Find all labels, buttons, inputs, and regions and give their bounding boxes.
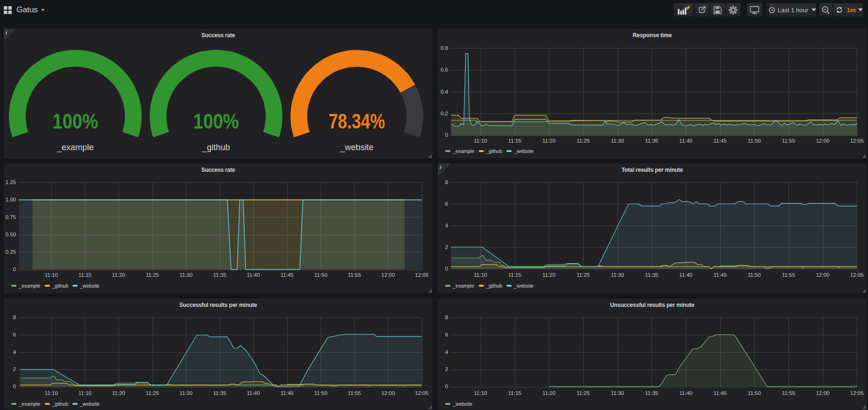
svg-text:11:30: 11:30 — [611, 138, 624, 144]
svg-text:11:30: 11:30 — [179, 390, 193, 396]
svg-text:11:35: 11:35 — [645, 390, 658, 396]
svg-text:0: 0 — [445, 384, 448, 389]
svg-text:11:15: 11:15 — [508, 390, 522, 396]
svg-text:_github: _github — [201, 143, 230, 153]
svg-text:11:55: 11:55 — [348, 272, 361, 278]
svg-text:11:30: 11:30 — [179, 272, 193, 278]
svg-text:0: 0 — [13, 266, 16, 272]
svg-text:12:05: 12:05 — [850, 272, 864, 278]
svg-text:100%: 100% — [193, 110, 239, 133]
svg-text:11:20: 11:20 — [112, 272, 125, 278]
svg-text:11:20: 11:20 — [542, 138, 555, 144]
svg-text:0.50: 0.50 — [6, 232, 16, 237]
svg-text:2: 2 — [13, 366, 16, 372]
svg-text:0: 0 — [445, 132, 448, 138]
svg-text:11:50: 11:50 — [747, 390, 761, 396]
svg-text:0.6: 0.6 — [441, 67, 448, 72]
svg-text:8: 8 — [445, 314, 448, 320]
svg-text:11:55: 11:55 — [782, 138, 795, 144]
svg-text:12:05: 12:05 — [415, 390, 429, 396]
svg-text:78.34%: 78.34% — [329, 110, 385, 132]
svg-text:11:55: 11:55 — [782, 390, 795, 396]
svg-text:6: 6 — [445, 201, 448, 207]
svg-text:11:10: 11:10 — [45, 390, 58, 396]
svg-text:11:30: 11:30 — [611, 272, 624, 278]
svg-text:11:20: 11:20 — [542, 272, 555, 278]
svg-text:11:15: 11:15 — [79, 390, 92, 396]
svg-text:0.25: 0.25 — [6, 249, 16, 255]
svg-text:11:45: 11:45 — [281, 272, 294, 278]
svg-text:11:45: 11:45 — [281, 390, 294, 396]
svg-text:11:55: 11:55 — [782, 272, 795, 278]
svg-text:11:35: 11:35 — [645, 272, 658, 278]
svg-text:11:25: 11:25 — [146, 272, 159, 278]
svg-text:_example: _example — [56, 143, 94, 153]
svg-text:11:40: 11:40 — [679, 272, 692, 278]
svg-text:0.2: 0.2 — [441, 111, 448, 116]
svg-text:11:45: 11:45 — [714, 390, 727, 396]
svg-text:12:00: 12:00 — [816, 138, 829, 144]
svg-text:12:00: 12:00 — [381, 390, 395, 396]
svg-text:11:10: 11:10 — [45, 272, 58, 278]
svg-text:6: 6 — [13, 332, 16, 338]
svg-text:2: 2 — [445, 366, 448, 372]
svg-text:8: 8 — [445, 179, 448, 185]
svg-text:11:35: 11:35 — [213, 272, 226, 278]
svg-text:11:20: 11:20 — [112, 390, 125, 396]
svg-text:11:50: 11:50 — [747, 138, 761, 144]
svg-text:11:35: 11:35 — [645, 138, 658, 144]
svg-text:12:05: 12:05 — [850, 138, 864, 144]
svg-text:11:45: 11:45 — [714, 138, 727, 144]
svg-text:11:10: 11:10 — [474, 390, 487, 396]
svg-text:0.8: 0.8 — [441, 45, 448, 51]
svg-text:4: 4 — [13, 349, 16, 355]
svg-text:11:15: 11:15 — [508, 272, 522, 278]
svg-text:11:55: 11:55 — [348, 390, 361, 396]
svg-text:12:00: 12:00 — [381, 272, 395, 278]
svg-text:8: 8 — [13, 314, 16, 320]
svg-text:11:45: 11:45 — [714, 272, 727, 278]
svg-text:11:10: 11:10 — [474, 138, 487, 144]
svg-text:4: 4 — [445, 223, 449, 228]
svg-text:11:15: 11:15 — [508, 138, 522, 144]
svg-text:6: 6 — [445, 332, 448, 338]
svg-text:12:00: 12:00 — [816, 390, 829, 396]
svg-text:_website: _website — [339, 143, 373, 153]
svg-text:100%: 100% — [53, 110, 98, 133]
svg-text:11:35: 11:35 — [213, 390, 226, 396]
svg-text:12:05: 12:05 — [850, 390, 864, 396]
svg-text:0: 0 — [13, 384, 16, 389]
svg-text:11:15: 11:15 — [79, 272, 92, 278]
svg-text:12:00: 12:00 — [816, 272, 829, 278]
svg-text:11:25: 11:25 — [577, 390, 590, 396]
svg-text:11:30: 11:30 — [611, 390, 624, 396]
svg-text:11:40: 11:40 — [247, 390, 260, 396]
svg-text:11:40: 11:40 — [247, 272, 260, 278]
svg-text:1.00: 1.00 — [6, 197, 16, 202]
svg-text:11:50: 11:50 — [314, 390, 327, 396]
svg-text:11:25: 11:25 — [146, 390, 159, 396]
svg-text:11:25: 11:25 — [577, 138, 590, 144]
svg-text:11:40: 11:40 — [679, 390, 692, 396]
svg-text:11:50: 11:50 — [747, 272, 761, 278]
svg-text:11:10: 11:10 — [474, 272, 487, 278]
svg-text:0: 0 — [445, 266, 448, 272]
svg-text:11:40: 11:40 — [679, 138, 692, 144]
svg-text:12:05: 12:05 — [415, 272, 429, 278]
svg-text:0.75: 0.75 — [6, 214, 16, 220]
svg-text:2: 2 — [445, 244, 448, 250]
svg-text:11:20: 11:20 — [542, 390, 555, 396]
svg-text:4: 4 — [445, 349, 449, 355]
svg-text:11:50: 11:50 — [314, 272, 327, 278]
svg-text:0.4: 0.4 — [441, 89, 449, 95]
svg-text:1.25: 1.25 — [6, 179, 16, 185]
svg-text:11:25: 11:25 — [577, 272, 590, 278]
